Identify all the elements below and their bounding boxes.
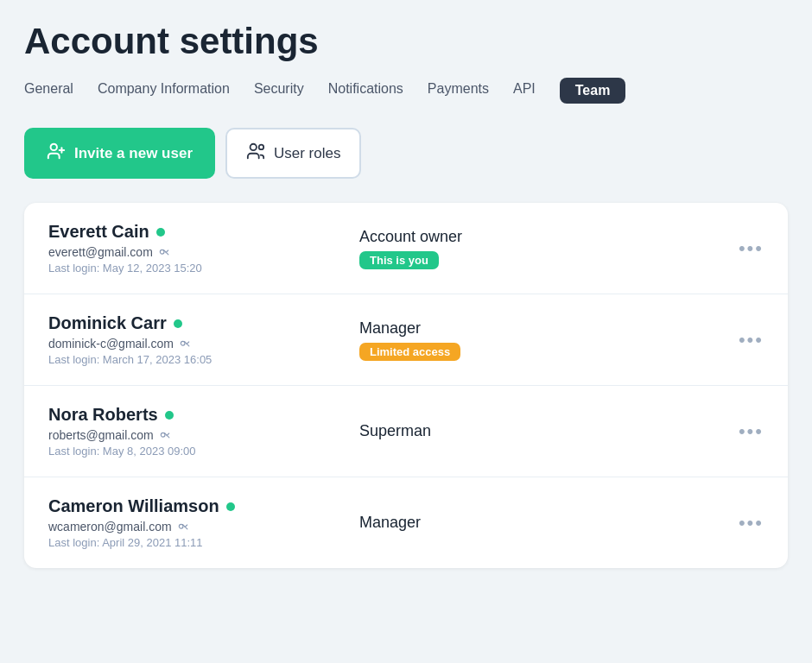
online-status-indicator [165,411,174,420]
user-email: roberts@gmail.com [48,428,154,442]
user-name: Nora Roberts [48,405,158,425]
action-bar: Invite a new user User roles [24,128,788,179]
tab-general[interactable]: General [24,78,73,104]
user-name: Cameron Williamson [48,496,219,516]
tab-nav: GeneralCompany InformationSecurityNotifi… [24,78,788,104]
svg-point-0 [51,144,57,150]
user-email: wcameron@gmail.com [48,520,172,534]
tab-api[interactable]: API [513,78,536,104]
roles-icon [246,142,265,165]
user-info: Nora Robertsroberts@gmail.comLast login:… [48,405,325,458]
online-status-indicator [156,228,165,237]
table-row: Cameron Williamsonwcameron@gmail.comLast… [24,477,788,568]
online-status-indicator [226,502,235,511]
key-icon [158,244,170,259]
user-info: Dominick Carrdominick-c@gmail.comLast lo… [48,313,325,366]
last-login: Last login: May 12, 2023 15:20 [48,262,325,275]
key-icon [179,336,191,350]
table-row: Nora Robertsroberts@gmail.comLast login:… [24,386,788,477]
tab-payments[interactable]: Payments [428,78,489,104]
user-role: Account owner [359,228,532,246]
last-login: Last login: May 8, 2023 09:00 [48,445,325,458]
online-status-indicator [174,319,182,328]
invite-button-label: Invite a new user [74,145,193,162]
tab-company-info[interactable]: Company Information [98,78,230,104]
more-options-button[interactable]: ••• [739,512,764,534]
tab-notifications[interactable]: Notifications [328,78,403,104]
tab-security[interactable]: Security [254,78,304,104]
table-row: Everett Caineverett@gmail.comLast login:… [24,203,788,294]
more-options-button[interactable]: ••• [739,237,764,260]
users-list: Everett Caineverett@gmail.comLast login:… [24,203,788,568]
user-role: Manager [359,319,532,338]
page-title: Account settings [24,21,788,62]
more-options-button[interactable]: ••• [739,329,764,351]
last-login: Last login: April 29, 2021 11:11 [48,536,325,549]
this-is-you-badge: This is you [359,251,439,269]
key-icon [159,427,171,442]
limited-access-badge: Limited access [359,343,460,361]
invite-icon [47,142,66,165]
last-login: Last login: March 17, 2023 16:05 [48,353,325,366]
user-roles-button[interactable]: User roles [225,128,361,179]
invite-new-user-button[interactable]: Invite a new user [24,128,215,179]
key-icon [177,519,189,534]
svg-point-3 [251,144,257,150]
roles-button-label: User roles [274,145,340,162]
svg-point-4 [259,145,264,150]
user-name: Everett Cain [48,222,149,242]
more-options-button[interactable]: ••• [739,420,764,443]
tab-team[interactable]: Team [560,78,626,104]
user-email: dominick-c@gmail.com [48,337,174,350]
user-info: Everett Caineverett@gmail.comLast login:… [48,222,325,275]
user-info: Cameron Williamsonwcameron@gmail.comLast… [48,496,325,549]
table-row: Dominick Carrdominick-c@gmail.comLast lo… [24,294,788,386]
user-name: Dominick Carr [48,313,167,333]
user-email: everett@gmail.com [48,245,153,259]
user-role: Superman [359,422,532,440]
user-role: Manager [359,514,532,532]
